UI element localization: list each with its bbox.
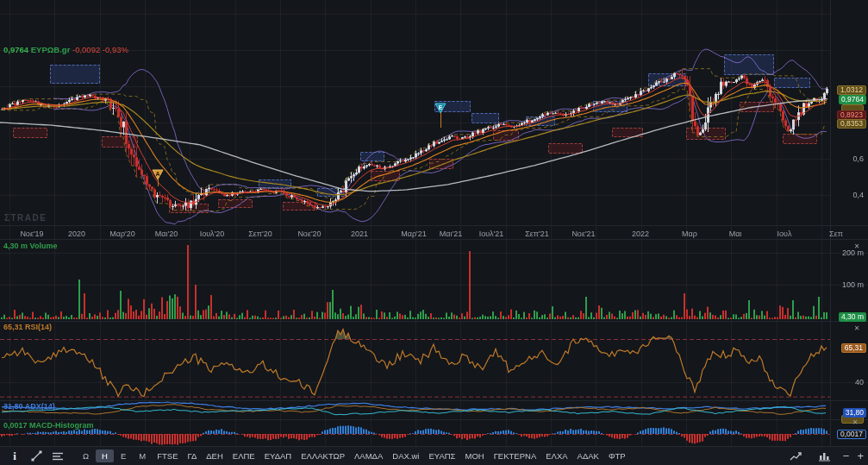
info-tool-button[interactable]: i (4, 449, 25, 464)
adx-value: 31,80 (3, 402, 23, 411)
chart-canvas[interactable] (0, 0, 868, 446)
price-label-chip-2: 0,9764 (839, 95, 866, 104)
indicators-tool-button[interactable] (47, 449, 68, 464)
adx-panel-title: 31,80 ADX(14) (3, 402, 55, 411)
macd-value-chip: 0,0017 (837, 430, 866, 439)
symbol-button-ΓΔ[interactable]: ΓΔ (184, 449, 202, 462)
price-label-chip-4: 0,8353 (837, 119, 866, 129)
symbol-button-ΜΟΗ[interactable]: ΜΟΗ (460, 449, 488, 462)
macd-panel-title: 0,0017 MACD-Histogram (3, 421, 94, 430)
symbol-button-ΕΥΔΑΠ[interactable]: ΕΥΔΑΠ (260, 449, 297, 462)
date-axis-label-10: Ιουλ'21 (479, 229, 504, 238)
price-axis-tick-1: 0,4 (852, 191, 864, 199)
price-change-pct: -0,93% (103, 45, 128, 54)
symbol-button-ΑΔΑΚ[interactable]: ΑΔΑΚ (573, 449, 603, 462)
timeframe-button-Η[interactable]: Η (96, 449, 114, 462)
date-axis-label-11: Σεπ'21 (525, 229, 549, 238)
rsi-value-chip: 65,31 (841, 343, 866, 353)
rsi-label: RSI(14) (25, 323, 52, 331)
price-label-chip-0: 1,0312 (837, 85, 866, 95)
symbol-button-ΕΛΠΕ[interactable]: ΕΛΠΕ (228, 449, 259, 462)
toolbar-right-icons: −+ (786, 449, 864, 464)
volume-label: Volume (30, 242, 58, 250)
trading-app-window: 0,9764 ΕΥΡΩΒ.gr -0,0092 -0,93% ΣTRADE 4,… (0, 0, 868, 465)
symbol-label: ΕΥΡΩΒ.gr (31, 45, 71, 54)
rsi-panel-close-icon[interactable]: ✕ (852, 324, 861, 333)
line-chart-icon (790, 450, 802, 462)
date-axis-label-13: 2022 (632, 229, 649, 238)
date-axis-label-5: Σεπ'20 (248, 229, 272, 238)
price-change: -0,0092 (72, 45, 100, 54)
symbol-button-ΕΛΧΑ[interactable]: ΕΛΧΑ (541, 449, 571, 462)
timeframe-button-Μ[interactable]: Μ (133, 449, 152, 462)
volume-axis-tick-1: 100 m (842, 280, 864, 289)
symbol-button-FTSE[interactable]: FTSE (153, 449, 182, 462)
date-axis-label-1: 2020 (68, 229, 85, 238)
date-axis-label-17: Σεπ (829, 229, 843, 238)
symbol-button-ΦΤΡ[interactable]: ΦΤΡ (604, 449, 630, 462)
date-axis-label-14: Μαρ (682, 229, 697, 238)
date-axis-label-7: 2021 (351, 229, 368, 238)
rsi-value: 65,31 (3, 323, 23, 331)
line-icon (31, 450, 42, 462)
symbol-button-ΛΑΜΔΑ[interactable]: ΛΑΜΔΑ (350, 449, 387, 462)
timeframe-button-Ω[interactable]: Ω (77, 449, 95, 462)
adx-label: ADX(14) (25, 402, 55, 411)
volume-value-chip: 4,30 m (839, 312, 866, 322)
volume-value: 4,30 m (3, 242, 28, 250)
date-axis-label-6: Νοε'20 (297, 229, 321, 238)
date-axis-label-15: Μαι (729, 229, 742, 238)
symbol-button-ΕΛΛΑΚΤΩΡ[interactable]: ΕΛΛΑΚΤΩΡ (297, 449, 349, 462)
timeframe-button-Ε[interactable]: Ε (115, 449, 132, 462)
bar-chart-button[interactable] (815, 449, 835, 464)
date-axis-label-3: Μαι'20 (155, 229, 178, 238)
bottom-toolbar: iΩΗΕΜFTSEΓΔΔΕΗΕΛΠΕΕΥΔΑΠΕΛΛΑΚΤΩΡΛΑΜΔΑDAX.… (0, 446, 868, 465)
list-icon (52, 451, 64, 462)
date-axis-label-4: Ιουλ'20 (200, 229, 225, 238)
macd-value: 0,0017 (3, 421, 28, 430)
info-icon: i (13, 449, 16, 463)
symbol-button-DAX.wi[interactable]: DAX.wi (388, 449, 423, 462)
date-axis-label-12: Νοε'21 (571, 229, 595, 238)
symbol-button-ΕΥΑΠΣ[interactable]: ΕΥΑΠΣ (424, 449, 459, 462)
rsi-panel-title: 65,31 RSI(14) (3, 323, 52, 331)
platform-watermark: ΣTRADE (4, 213, 47, 223)
macd-label: MACD-Histogram (29, 421, 94, 430)
date-axis-label-9: Μαι'21 (440, 229, 462, 238)
date-axis-label-16: Ιουλ (777, 229, 792, 238)
volume-panel-close-icon[interactable]: ✕ (852, 242, 861, 251)
line-chart-button[interactable] (786, 449, 807, 464)
volume-panel-title: 4,30 m Volume (3, 242, 57, 250)
adx-value-chip: 31,80 (843, 408, 866, 418)
symbol-button-ΓΕΚΤΕΡΝΑ[interactable]: ΓΕΚΤΕΡΝΑ (490, 449, 541, 462)
price-axis-tick-0: 0,6 (852, 154, 864, 163)
quote-bar: 0,9764 ΕΥΡΩΒ.gr -0,0092 -0,93% (3, 45, 128, 54)
zoom-in-button[interactable]: + (857, 449, 864, 464)
rsi-axis-tick-0: 40 (855, 378, 864, 386)
macd-panel-close-icon[interactable]: ✕ (851, 418, 859, 427)
bar-chart-icon (818, 450, 831, 462)
zoom-out-button[interactable]: − (843, 449, 850, 464)
last-price: 0,9764 (3, 45, 28, 54)
draw-tool-button[interactable] (26, 449, 47, 464)
date-axis-label-0: Νοε'19 (20, 229, 43, 238)
date-axis-label-8: Μαρ'21 (401, 229, 427, 238)
date-axis-label-2: Μαρ'20 (109, 229, 135, 238)
symbol-button-ΔΕΗ[interactable]: ΔΕΗ (202, 449, 228, 462)
